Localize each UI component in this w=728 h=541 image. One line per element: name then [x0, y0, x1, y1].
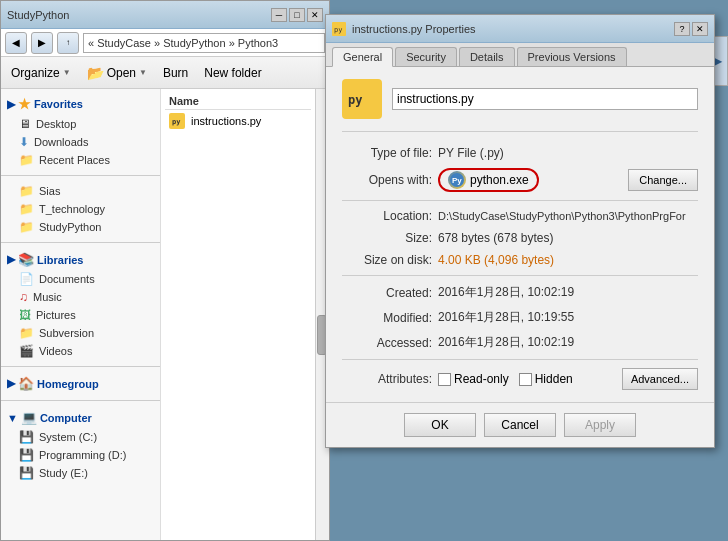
- music-icon: ♫: [19, 290, 28, 304]
- opens-with-label: Opens with:: [342, 173, 432, 187]
- sidebar-item-sias[interactable]: 📁 Sias: [1, 182, 160, 200]
- dialog-general-content: py Type of file: PY File (.py) Opens wit…: [326, 67, 714, 402]
- open-button[interactable]: 📂 Open ▼: [83, 63, 151, 83]
- new-folder-button[interactable]: New folder: [200, 64, 265, 82]
- address-bar: ◀ ▶ ↑ « StudyCase » StudyPython » Python…: [1, 29, 329, 57]
- libraries-label: Libraries: [37, 254, 83, 266]
- sidebar-item-documents[interactable]: 📄 Documents: [1, 270, 160, 288]
- organize-button[interactable]: Organize ▼: [7, 64, 75, 82]
- sidebar-item-c-drive[interactable]: 💾 System (C:): [1, 428, 160, 446]
- title-bar-buttons: ─ □ ✕: [271, 8, 323, 22]
- dialog-footer: OK Cancel Apply: [326, 402, 714, 447]
- homegroup-section: ▶ 🏠 Homegroup: [1, 373, 160, 394]
- tab-security[interactable]: Security: [395, 47, 457, 66]
- maximize-button[interactable]: □: [289, 8, 305, 22]
- hidden-checkbox-item[interactable]: Hidden: [519, 372, 573, 386]
- sidebar-item-downloads[interactable]: ⬇ Downloads: [1, 133, 160, 151]
- d-drive-icon: 💾: [19, 448, 34, 462]
- size-disk-label: Size on disk:: [342, 253, 432, 267]
- sidebar-item-videos-label: Videos: [39, 345, 72, 357]
- pictures-icon: 🖼: [19, 308, 31, 322]
- location-value: D:\StudyCase\StudyPython\Python3\PythonP…: [438, 210, 698, 222]
- sidebar-item-music[interactable]: ♫ Music: [1, 288, 160, 306]
- ok-button[interactable]: OK: [404, 413, 476, 437]
- recent-icon: 📁: [19, 153, 34, 167]
- hidden-label: Hidden: [535, 372, 573, 386]
- libraries-chevron-icon: ▶: [7, 253, 15, 266]
- videos-icon: 🎬: [19, 344, 34, 358]
- type-label: Type of file:: [342, 146, 432, 160]
- sidebar-item-d-drive[interactable]: 💾 Programming (D:): [1, 446, 160, 464]
- close-button[interactable]: ✕: [307, 8, 323, 22]
- advanced-button[interactable]: Advanced...: [622, 368, 698, 390]
- apply-button[interactable]: Apply: [564, 413, 636, 437]
- favorites-header[interactable]: ▶ ★ Favorites: [1, 93, 160, 115]
- homegroup-header[interactable]: ▶ 🏠 Homegroup: [1, 373, 160, 394]
- back-button[interactable]: ◀: [5, 32, 27, 54]
- accessed-row: Accessed: 2016年1月28日, 10:02:19: [342, 334, 698, 351]
- cancel-button[interactable]: Cancel: [484, 413, 556, 437]
- py-file-icon: py: [169, 113, 185, 129]
- sidebar-item-sias-label: Sias: [39, 185, 60, 197]
- minimize-button[interactable]: ─: [271, 8, 287, 22]
- computer-label: Computer: [40, 412, 92, 424]
- sidebar-item-studypython[interactable]: 📁 StudyPython: [1, 218, 160, 236]
- size-value: 678 bytes (678 bytes): [438, 231, 698, 245]
- accessed-label: Accessed:: [342, 336, 432, 350]
- sidebar-item-desktop[interactable]: 🖥 Desktop: [1, 115, 160, 133]
- attributes-items: Read-only Hidden Advanced...: [438, 368, 698, 390]
- up-button[interactable]: ↑: [57, 32, 79, 54]
- attributes-label: Attributes:: [342, 372, 432, 386]
- studypython-icon: 📁: [19, 220, 34, 234]
- sidebar-item-music-label: Music: [33, 291, 62, 303]
- hidden-checkbox[interactable]: [519, 373, 532, 386]
- sias-icon: 📁: [19, 184, 34, 198]
- svg-text:py: py: [172, 118, 181, 126]
- separator-3: [342, 359, 698, 360]
- sidebar-item-videos[interactable]: 🎬 Videos: [1, 342, 160, 360]
- sidebar-item-d-label: Programming (D:): [39, 449, 126, 461]
- column-name: Name: [169, 95, 199, 107]
- filename-input[interactable]: [392, 88, 698, 110]
- type-row: Type of file: PY File (.py): [342, 146, 698, 160]
- dialog-file-header: py: [342, 79, 698, 132]
- attributes-row: Attributes: Read-only Hidden Advanced...: [342, 368, 698, 390]
- homegroup-chevron-icon: ▶: [7, 377, 15, 390]
- dialog-close-button[interactable]: ✕: [692, 22, 708, 36]
- c-drive-icon: 💾: [19, 430, 34, 444]
- sidebar-item-subversion[interactable]: 📁 Subversion: [1, 324, 160, 342]
- dialog-help-button[interactable]: ?: [674, 22, 690, 36]
- modified-label: Modified:: [342, 311, 432, 325]
- explorer-title: StudyPython: [7, 9, 271, 21]
- sidebar-item-subversion-label: Subversion: [39, 327, 94, 339]
- file-row[interactable]: py instructions.py: [165, 110, 311, 132]
- sidebar-item-ttechnology[interactable]: 📁 T_technology: [1, 200, 160, 218]
- svg-text:Py: Py: [452, 176, 462, 185]
- size-disk-value: 4.00 KB (4,096 bytes): [438, 253, 698, 267]
- sidebar-item-desktop-label: Desktop: [36, 118, 76, 130]
- computer-header[interactable]: ▼ 💻 Computer: [1, 407, 160, 428]
- forward-button[interactable]: ▶: [31, 32, 53, 54]
- computer-section: ▼ 💻 Computer 💾 System (C:) 💾 Programming…: [1, 407, 160, 482]
- ttechnology-icon: 📁: [19, 202, 34, 216]
- burn-button[interactable]: Burn: [159, 64, 192, 82]
- separator-2: [342, 275, 698, 276]
- libraries-header[interactable]: ▶ 📚 Libraries: [1, 249, 160, 270]
- opens-with-app-name: python.exe: [470, 173, 529, 187]
- tab-previous-versions[interactable]: Previous Versions: [517, 47, 627, 66]
- change-button[interactable]: Change...: [628, 169, 698, 191]
- readonly-checkbox-item[interactable]: Read-only: [438, 372, 509, 386]
- accessed-value: 2016年1月28日, 10:02:19: [438, 334, 698, 351]
- address-path[interactable]: « StudyCase » StudyPython » Python3: [83, 33, 325, 53]
- sidebar-item-e-drive[interactable]: 💾 Study (E:): [1, 464, 160, 482]
- dialog-title-icon: py: [332, 22, 346, 36]
- sidebar-item-pictures[interactable]: 🖼 Pictures: [1, 306, 160, 324]
- readonly-checkbox[interactable]: [438, 373, 451, 386]
- tab-general[interactable]: General: [332, 47, 393, 67]
- file-list-header: Name: [165, 93, 311, 110]
- svg-text:py: py: [348, 93, 362, 107]
- homegroup-icon: 🏠: [18, 376, 34, 391]
- tab-details[interactable]: Details: [459, 47, 515, 66]
- sidebar-item-recent[interactable]: 📁 Recent Places: [1, 151, 160, 169]
- python-icon: Py: [448, 171, 466, 189]
